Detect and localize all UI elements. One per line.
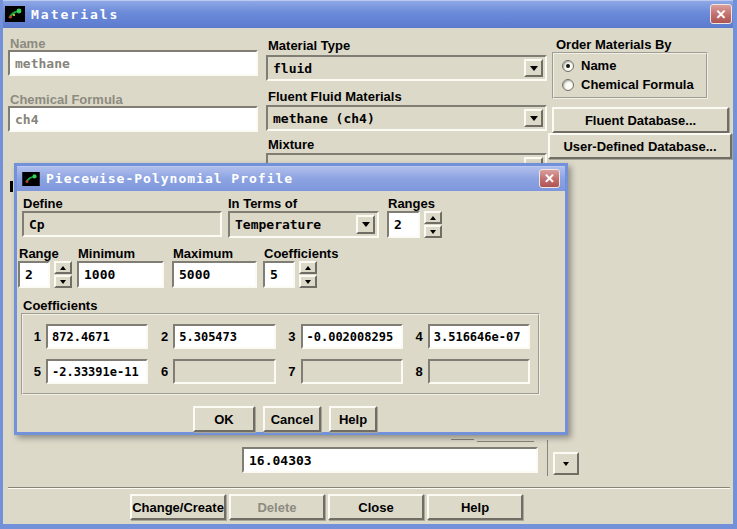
coefficients-section-label: Coefficients: [23, 298, 97, 313]
range-label: Range: [19, 246, 59, 261]
maximum-input[interactable]: 5000: [172, 261, 257, 288]
spin-down-icon[interactable]: [299, 275, 317, 288]
radio-selected-icon[interactable]: [562, 60, 574, 72]
fluent-fluid-materials-label: Fluent Fluid Materials: [268, 89, 402, 104]
fluent-app-icon: [5, 6, 25, 22]
maximum-label: Maximum: [173, 246, 233, 261]
coefficient-cell: 3 -0.002008295: [286, 324, 403, 349]
coefficient-index: 5: [31, 364, 41, 379]
coefficient-cell: 5 -2.33391e-11: [31, 359, 148, 384]
order-by-name-radio[interactable]: Name: [562, 58, 616, 73]
ok-button[interactable]: OK: [193, 406, 255, 432]
obscured-label-fragment: [10, 181, 13, 192]
coefficient-input: [428, 359, 530, 384]
in-terms-of-label: In Terms of: [228, 196, 297, 211]
define-label: Define: [23, 196, 63, 211]
coefficient-index: 3: [286, 329, 296, 344]
scrollbar-track-fragment: [547, 440, 548, 476]
ranges-stepper: [424, 211, 442, 238]
material-type-label: Material Type: [268, 38, 350, 53]
help-button[interactable]: Help: [427, 494, 523, 520]
chevron-down-icon[interactable]: [524, 109, 543, 127]
coefficients-count-input[interactable]: 5: [263, 261, 295, 288]
scrollbar-down-button[interactable]: [553, 452, 579, 475]
delete-button: Delete: [229, 494, 325, 520]
spin-down-icon[interactable]: [54, 275, 72, 288]
coefficient-input: [301, 359, 403, 384]
coefficient-cell: 1 872.4671: [31, 324, 148, 349]
materials-titlebar: Materials ✕: [0, 0, 737, 28]
user-defined-database-button[interactable]: User-Defined Database...: [548, 133, 732, 159]
coefficient-index: 6: [158, 364, 168, 379]
bottom-divider: [8, 487, 730, 489]
obscured-control-fragment: [451, 439, 474, 440]
profile-dialog-titlebar: Piecewise-Polynomial Profile ✕: [17, 166, 565, 191]
ranges-input[interactable]: 2: [387, 211, 420, 238]
radio-unselected-icon[interactable]: [562, 79, 574, 91]
molecular-weight-input[interactable]: 16.04303: [242, 447, 538, 473]
coefficient-input[interactable]: 3.516646e-07: [428, 324, 530, 349]
close-button[interactable]: Close: [328, 494, 424, 520]
window-title: Materials: [31, 7, 119, 22]
coefficient-input: [173, 359, 275, 384]
minimum-input[interactable]: 1000: [77, 261, 164, 288]
coefficient-cell: 2 5.305473: [158, 324, 275, 349]
piecewise-polynomial-profile-dialog: Piecewise-Polynomial Profile ✕ Define Cp…: [14, 163, 568, 435]
range-input[interactable]: 2: [18, 261, 50, 288]
materials-window: Materials ✕ Name methane Chemical Formul…: [0, 0, 737, 529]
coefficients-stepper: [299, 261, 317, 288]
in-terms-of-dropdown[interactable]: Temperature: [228, 211, 379, 238]
order-by-chemical-formula-radio[interactable]: Chemical Formula: [562, 77, 694, 92]
chemical-formula-input[interactable]: ch4: [8, 106, 258, 132]
coefficient-index: 1: [31, 329, 41, 344]
coefficient-cell: 6: [158, 359, 275, 384]
mixture-label: Mixture: [268, 137, 314, 152]
profile-dialog-title: Piecewise-Polynomial Profile: [46, 171, 293, 186]
fluent-app-icon: [22, 172, 40, 186]
chevron-down-icon[interactable]: [356, 215, 375, 234]
coefficient-cell: 7: [286, 359, 403, 384]
name-label: Name: [10, 36, 45, 51]
coefficient-input[interactable]: 872.4671: [46, 324, 148, 349]
window-border-bottom: [0, 524, 737, 529]
help-button[interactable]: Help: [329, 406, 377, 432]
coefficient-index: 7: [286, 364, 296, 379]
close-icon[interactable]: ✕: [539, 169, 560, 188]
change-create-button[interactable]: Change/Create: [130, 494, 226, 520]
fluent-fluid-materials-value: methane (ch4): [273, 111, 375, 126]
coefficient-input[interactable]: -2.33391e-11: [46, 359, 148, 384]
range-stepper: [54, 261, 72, 288]
profile-dialog-body: Define Cp In Terms of Temperature Ranges…: [17, 191, 565, 432]
window-border-left: [0, 0, 3, 529]
coefficients-count-label: Coefficients: [264, 246, 338, 261]
spin-up-icon[interactable]: [299, 261, 317, 274]
order-by-name-label: Name: [581, 58, 616, 73]
fluent-database-button[interactable]: Fluent Database...: [552, 107, 729, 133]
coefficient-cell: 4 3.516646e-07: [413, 324, 530, 349]
material-type-dropdown[interactable]: fluid: [266, 55, 547, 81]
chemical-formula-label: Chemical Formula: [10, 92, 123, 107]
material-type-value: fluid: [273, 61, 312, 76]
coefficient-input[interactable]: 5.305473: [173, 324, 275, 349]
spin-up-icon[interactable]: [54, 261, 72, 274]
spin-down-icon[interactable]: [424, 225, 442, 238]
coefficient-cell: 8: [413, 359, 530, 384]
order-materials-by-label: Order Materials By: [556, 37, 672, 52]
minimum-label: Minimum: [78, 246, 135, 261]
coefficient-input[interactable]: -0.002008295: [301, 324, 403, 349]
coefficient-index: 2: [158, 329, 168, 344]
spin-up-icon[interactable]: [424, 211, 442, 224]
ranges-label: Ranges: [388, 196, 435, 211]
name-input[interactable]: methane: [8, 50, 258, 76]
in-terms-of-value: Temperature: [235, 217, 321, 232]
chevron-down-icon[interactable]: [524, 59, 543, 77]
order-by-chemical-formula-label: Chemical Formula: [581, 77, 694, 92]
obscured-control-fragment: [477, 441, 534, 442]
close-icon[interactable]: ✕: [710, 4, 732, 24]
coefficient-index: 8: [413, 364, 423, 379]
fluent-fluid-materials-dropdown[interactable]: methane (ch4): [266, 105, 547, 131]
cancel-button[interactable]: Cancel: [263, 406, 321, 432]
window-border-right: [733, 0, 737, 529]
coefficient-index: 4: [413, 329, 423, 344]
define-field: Cp: [22, 211, 222, 237]
